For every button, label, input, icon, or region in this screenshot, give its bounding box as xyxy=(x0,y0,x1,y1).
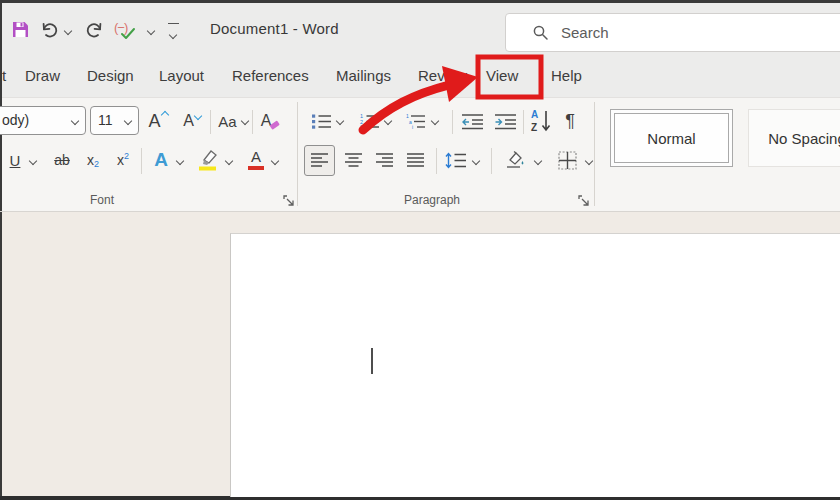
tab-view[interactable]: View xyxy=(486,55,518,97)
increase-indent-button[interactable] xyxy=(492,108,518,134)
strikethrough-button[interactable]: ab xyxy=(48,146,76,174)
check-dropdown-chevron-icon[interactable] xyxy=(147,27,155,35)
divider xyxy=(452,110,453,134)
clear-formatting-button[interactable]: A xyxy=(256,106,286,136)
qat-overflow-chevron-icon xyxy=(169,31,177,39)
font-name-chevron-icon xyxy=(71,117,79,125)
subscript-x: x xyxy=(87,152,94,168)
undo-button[interactable] xyxy=(36,17,62,43)
sort-a: A xyxy=(531,109,538,120)
grow-caret-icon xyxy=(160,111,168,119)
change-case-button[interactable]: Aa xyxy=(215,106,251,136)
title-bar: (−) Document1 - Word xyxy=(2,3,840,55)
font-color-letter: A xyxy=(251,148,261,165)
font-size-chevron-icon xyxy=(124,117,132,125)
search-input[interactable] xyxy=(559,23,803,42)
tab-draw[interactable]: Draw xyxy=(25,55,60,97)
tab-references[interactable]: References xyxy=(232,55,309,97)
text-effects-button[interactable]: A xyxy=(148,145,174,175)
justify-button[interactable] xyxy=(402,147,428,173)
dialog-launcher-icon xyxy=(578,195,590,207)
underline-button[interactable]: U xyxy=(4,146,26,174)
divider xyxy=(210,110,211,134)
borders-icon xyxy=(558,151,577,170)
highlighter-icon xyxy=(196,147,220,171)
numbering-button[interactable]: 1 2 3 xyxy=(357,108,381,134)
show-formatting-button[interactable]: ¶ xyxy=(558,106,582,136)
svg-text:3: 3 xyxy=(360,124,363,130)
align-center-icon xyxy=(344,152,363,168)
justify-icon xyxy=(406,152,425,168)
align-right-icon xyxy=(375,152,394,168)
subscript-2: 2 xyxy=(94,159,99,169)
font-size-combobox[interactable]: 11 xyxy=(90,106,139,135)
numbered-list-icon: 1 2 3 xyxy=(359,113,380,130)
underline-letter: U xyxy=(10,152,21,169)
editor-check-button[interactable]: (−) xyxy=(112,17,144,43)
redo-icon xyxy=(84,19,106,41)
eraser-icon xyxy=(269,119,281,131)
grow-font-letter: A xyxy=(148,111,160,132)
bullets-button[interactable] xyxy=(309,108,333,134)
superscript-2: 2 xyxy=(124,151,129,161)
line-spacing-button[interactable] xyxy=(443,147,469,173)
shrink-font-letter: A xyxy=(183,112,194,130)
undo-dropdown-chevron-icon[interactable] xyxy=(64,27,72,35)
style-normal-label: Normal xyxy=(647,130,695,147)
font-name-combobox[interactable]: ody) xyxy=(0,106,86,135)
borders-button[interactable] xyxy=(553,146,581,174)
text-cursor xyxy=(371,348,373,374)
font-group-label: Font xyxy=(62,193,142,207)
shading-button[interactable] xyxy=(501,146,529,174)
multilevel-list-icon: 1 a i xyxy=(406,113,427,130)
sort-button[interactable]: A Z xyxy=(528,105,554,137)
undo-icon xyxy=(38,19,60,41)
save-icon xyxy=(11,20,30,39)
align-left-button[interactable] xyxy=(304,145,335,176)
save-button[interactable] xyxy=(8,17,32,41)
qat-overflow-button[interactable] xyxy=(167,23,181,35)
strikethrough-letters: ab xyxy=(54,152,70,168)
tab-insert-cut[interactable]: t xyxy=(2,55,6,97)
search-box[interactable] xyxy=(505,13,840,52)
align-left-icon xyxy=(310,152,329,168)
grow-font-button[interactable]: A xyxy=(143,106,173,136)
sort-z: Z xyxy=(531,122,537,133)
subscript-button[interactable]: x 2 xyxy=(80,146,106,174)
font-dialog-launcher[interactable] xyxy=(283,193,296,206)
increase-indent-icon xyxy=(494,113,517,130)
tab-review[interactable]: Review xyxy=(418,55,467,97)
divider xyxy=(523,110,524,134)
multilevel-list-button[interactable]: 1 a i xyxy=(404,108,428,134)
superscript-button[interactable]: x 2 xyxy=(110,146,136,174)
font-color-button[interactable]: A xyxy=(244,144,268,174)
bullet-list-icon xyxy=(311,113,332,130)
tab-mailings[interactable]: Mailings xyxy=(336,55,391,97)
group-separator xyxy=(297,102,298,206)
line-spacing-icon xyxy=(445,152,467,169)
shrink-font-button[interactable]: A xyxy=(177,106,207,136)
divider xyxy=(252,110,253,134)
tab-help[interactable]: Help xyxy=(551,55,582,97)
pilcrow-icon: ¶ xyxy=(565,111,575,132)
superscript-x: x xyxy=(117,152,124,168)
highlight-button[interactable] xyxy=(194,144,222,174)
tab-layout[interactable]: Layout xyxy=(159,55,204,97)
proofing-check-icon: (−) xyxy=(113,18,143,42)
decrease-indent-button[interactable] xyxy=(459,108,485,134)
style-card-no-spacing[interactable]: No Spacing xyxy=(748,109,840,167)
align-center-button[interactable] xyxy=(340,147,366,173)
divider xyxy=(141,148,142,174)
align-right-button[interactable] xyxy=(371,147,397,173)
style-no-spacing-label: No Spacing xyxy=(768,130,840,147)
font-name-value: ody) xyxy=(2,112,29,128)
style-card-normal[interactable]: Normal xyxy=(610,109,733,167)
document-page[interactable] xyxy=(230,233,840,497)
redo-button[interactable] xyxy=(82,17,108,43)
sort-az-icon: A Z xyxy=(530,108,552,134)
svg-text:(−): (−) xyxy=(114,20,128,35)
tab-design[interactable]: Design xyxy=(87,55,134,97)
search-icon xyxy=(532,24,549,41)
paragraph-dialog-launcher[interactable] xyxy=(578,193,591,206)
divider xyxy=(436,148,437,174)
